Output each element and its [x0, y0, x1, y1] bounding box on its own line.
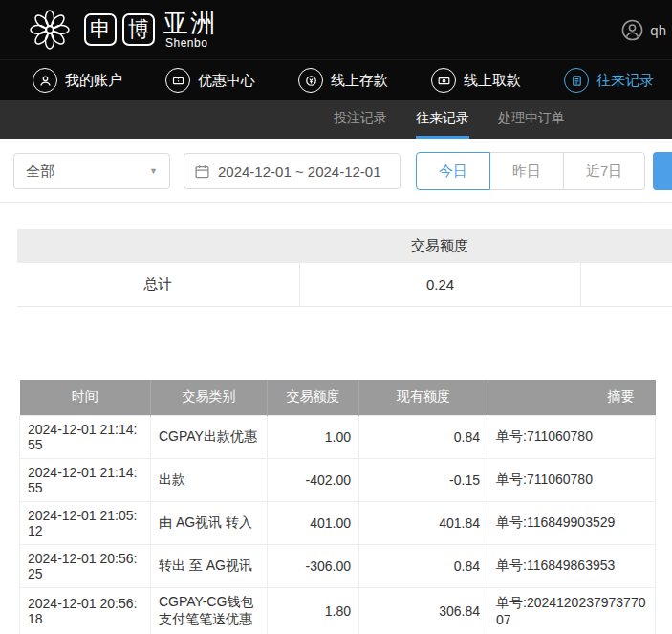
last-7-days-button[interactable]: 近7日	[563, 152, 645, 190]
transactions-table: 时间 交易类别 交易额度 现有额度 摘要 2024-12-01 21:14:55…	[19, 380, 656, 634]
cell-balance: 306.84	[359, 587, 488, 634]
nav-item-my-account[interactable]: 我的账户	[33, 68, 122, 93]
cell-balance: 401.84	[359, 501, 488, 544]
summary-total-label: 总计	[17, 263, 299, 306]
nav-item-deposit[interactable]: 线上存款	[298, 68, 388, 93]
summary-empty-cell	[580, 263, 672, 306]
yesterday-button[interactable]: 昨日	[489, 152, 564, 190]
user-account[interactable]: qh	[621, 19, 666, 41]
date-range-value: 2024-12-01 ~ 2024-12-01	[218, 164, 381, 180]
table-row: 2024-12-01 21:05:12由 AG视讯 转入401.00401.84…	[20, 501, 656, 544]
summary-total-row: 总计 0.24	[17, 263, 672, 307]
records-subnav: 投注记录 往来记录 处理中订单	[0, 100, 672, 139]
col-header-summary: 摘要	[488, 380, 656, 415]
flower-logo-icon	[27, 7, 73, 53]
tab-processing-orders[interactable]: 处理中订单	[498, 100, 565, 139]
cell-time: 2024-12-01 21:14:55	[20, 458, 151, 501]
cell-summary: 单号:116849903529	[488, 501, 656, 544]
tab-betting-records[interactable]: 投注记录	[334, 100, 387, 139]
quick-range-buttons: 今日 昨日 近7日	[416, 152, 645, 190]
user-avatar-icon	[621, 19, 643, 41]
type-select[interactable]: 全部 ▼	[13, 153, 170, 189]
nav-label: 我的账户	[65, 72, 122, 90]
table-row: 2024-12-01 21:14:55出款-402.00-0.15单号:7110…	[20, 458, 656, 501]
nav-label: 线上取款	[464, 72, 521, 90]
cell-amount: -402.00	[268, 458, 359, 501]
cell-time: 2024-12-01 21:14:55	[20, 415, 151, 458]
col-header-amount: 交易额度	[268, 380, 359, 415]
cell-type: CGPAY出款优惠	[151, 415, 268, 458]
records-icon	[564, 68, 589, 93]
cell-time: 2024-12-01 20:56:25	[20, 544, 151, 587]
chevron-down-icon: ▼	[149, 166, 158, 176]
nav-label: 优惠中心	[198, 72, 255, 90]
today-button[interactable]: 今日	[416, 152, 490, 190]
username: qh	[650, 22, 666, 38]
deposit-icon	[298, 68, 323, 93]
cell-summary: 单号:202412023797377007	[488, 587, 656, 634]
nav-label: 往来记录	[596, 72, 654, 90]
cell-balance: -0.15	[359, 458, 488, 501]
nav-item-withdraw[interactable]: 线上取款	[431, 68, 521, 93]
col-header-time: 时间	[20, 380, 151, 415]
top-brand-bar: 申 博 亚洲 Shenbo qh	[0, 0, 672, 59]
summary-total-value: 0.24	[299, 263, 581, 306]
cell-type: CGPAY-CG钱包支付笔笔送优惠	[151, 587, 268, 634]
cell-summary: 单号:711060780	[488, 458, 656, 501]
cell-amount: -306.00	[268, 544, 359, 587]
nav-item-transaction-records[interactable]: 往来记录	[564, 68, 654, 93]
brand-region-label: 亚洲	[163, 10, 217, 37]
cell-type: 转出 至 AG视讯	[151, 544, 268, 587]
brand-char-bo: 博	[122, 13, 155, 46]
promo-icon	[165, 68, 190, 93]
cell-type: 由 AG视讯 转入	[151, 501, 268, 544]
summary-table: 交易额度 总计 0.24	[17, 229, 672, 307]
cell-summary: 单号:711060780	[488, 415, 656, 458]
summary-header: 交易额度	[17, 229, 672, 263]
brand-region: 亚洲 Shenbo	[163, 10, 217, 50]
search-button[interactable]: 查询	[653, 152, 672, 190]
cell-summary: 单号:116849863953	[488, 544, 656, 587]
calendar-icon	[194, 164, 210, 180]
date-range-input[interactable]: 2024-12-01 ~ 2024-12-01	[184, 153, 401, 189]
filter-bar: 全部 ▼ 2024-12-01 ~ 2024-12-01 今日 昨日 近7日 查…	[0, 139, 672, 203]
col-header-balance: 现有额度	[359, 380, 488, 415]
nav-label: 线上存款	[331, 72, 388, 90]
table-row: 2024-12-01 21:14:55CGPAY出款优惠1.000.84单号:7…	[20, 415, 656, 458]
cell-amount: 401.00	[268, 501, 359, 544]
table-row: 2024-12-01 20:56:18CGPAY-CG钱包支付笔笔送优惠1.80…	[20, 587, 656, 634]
withdraw-icon	[431, 68, 456, 93]
transactions-body: 2024-12-01 21:14:55CGPAY出款优惠1.000.84单号:7…	[20, 415, 656, 634]
cell-amount: 1.80	[268, 587, 359, 634]
transactions-header: 时间 交易类别 交易额度 现有额度 摘要	[20, 380, 656, 415]
col-header-type: 交易类别	[151, 380, 268, 415]
table-row: 2024-12-01 20:56:25转出 至 AG视讯-306.000.84单…	[20, 544, 656, 587]
brand-subtitle: Shenbo	[163, 37, 217, 50]
main-nav: 我的账户 优惠中心 线上存款 线上取款 往来记录	[0, 59, 672, 100]
cell-type: 出款	[151, 458, 268, 501]
tab-transaction-records[interactable]: 往来记录	[416, 100, 469, 139]
nav-item-promotions[interactable]: 优惠中心	[165, 68, 255, 93]
cell-amount: 1.00	[268, 415, 359, 458]
type-select-value: 全部	[26, 163, 54, 181]
cell-time: 2024-12-01 20:56:18	[20, 587, 151, 634]
cell-time: 2024-12-01 21:05:12	[20, 501, 151, 544]
cell-balance: 0.84	[359, 544, 488, 587]
brand-char-shen: 申	[84, 13, 117, 46]
brand-characters: 申 博	[84, 13, 155, 46]
account-icon	[33, 68, 57, 93]
cell-balance: 0.84	[359, 415, 488, 458]
